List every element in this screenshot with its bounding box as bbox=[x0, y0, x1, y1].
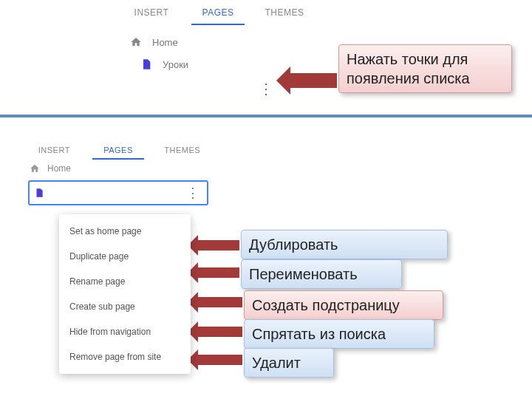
callout-rename: Переименовать bbox=[241, 259, 402, 289]
tab-insert[interactable]: INSERT bbox=[118, 0, 185, 25]
menu-duplicate[interactable]: Duplicate page bbox=[59, 244, 191, 269]
menu-hide-nav[interactable]: Hide from navigation bbox=[59, 319, 191, 344]
page-icon bbox=[140, 58, 152, 70]
page-row-home[interactable]: Home bbox=[118, 31, 318, 53]
divider bbox=[0, 115, 532, 117]
callout-remove: Удалит bbox=[244, 348, 334, 378]
tabs: INSERT PAGES THEMES bbox=[22, 140, 214, 160]
context-menu: Set as home page Duplicate page Rename p… bbox=[59, 214, 191, 374]
arrow-icon bbox=[198, 355, 242, 365]
callout-duplicate: Дублировать bbox=[241, 230, 448, 259]
menu-remove[interactable]: Remove page from site bbox=[59, 344, 191, 369]
page-icon bbox=[34, 188, 44, 198]
kebab-icon[interactable]: ⋮ bbox=[259, 80, 273, 98]
page-row-selected[interactable]: ⋮ bbox=[28, 180, 208, 205]
arrow-icon bbox=[198, 327, 242, 337]
page-label: Уроки bbox=[163, 59, 188, 70]
callout-hide: Спрятать из поиска bbox=[244, 319, 434, 349]
page-row-home[interactable]: Home bbox=[22, 160, 214, 177]
arrow-icon bbox=[287, 73, 337, 88]
tab-themes[interactable]: THEMES bbox=[251, 0, 318, 25]
menu-create-sub[interactable]: Create sub page bbox=[59, 294, 191, 319]
arrow-icon bbox=[198, 240, 239, 250]
tab-insert[interactable]: INSERT bbox=[22, 140, 86, 160]
tab-themes[interactable]: THEMES bbox=[150, 140, 214, 160]
page-label: Home bbox=[152, 37, 178, 48]
kebab-icon[interactable]: ⋮ bbox=[183, 185, 202, 201]
tab-pages[interactable]: PAGES bbox=[86, 140, 151, 160]
callout-top: Нажать точки для появления списка bbox=[338, 44, 512, 93]
menu-rename[interactable]: Rename page bbox=[59, 269, 191, 294]
tab-pages[interactable]: PAGES bbox=[185, 0, 251, 25]
arrow-icon bbox=[198, 267, 239, 278]
home-icon bbox=[30, 163, 40, 174]
menu-set-home[interactable]: Set as home page bbox=[59, 219, 191, 244]
panel-bottom: INSERT PAGES THEMES Home ⋮ bbox=[22, 140, 214, 208]
arrow-icon bbox=[198, 297, 242, 307]
home-icon bbox=[130, 36, 142, 48]
tabs: INSERT PAGES THEMES bbox=[118, 0, 318, 25]
callout-create-sub: Создать подстраницу bbox=[244, 290, 443, 320]
page-label: Home bbox=[47, 163, 71, 174]
